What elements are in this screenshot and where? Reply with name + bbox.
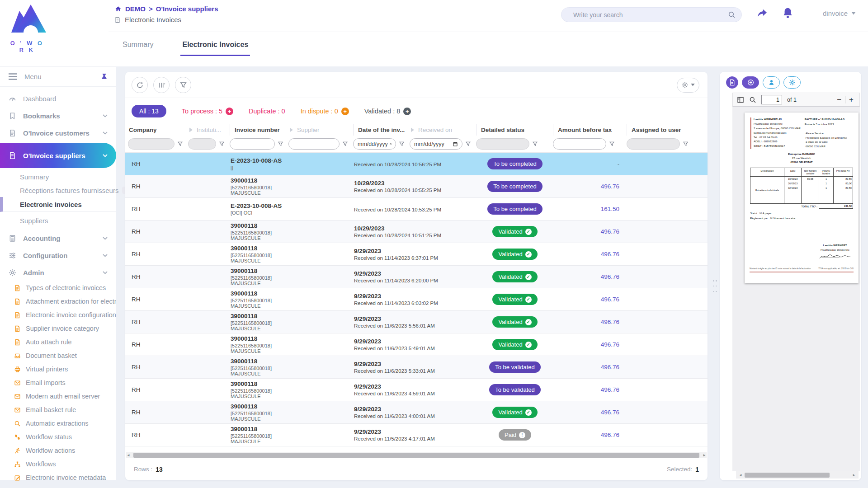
column-header-company[interactable]: Company xyxy=(128,124,188,136)
table-row[interactable]: RH39000118[52251165800018] MAJUSCULE10/2… xyxy=(125,221,708,243)
table-row[interactable]: RH39000118[52251165800018] MAJUSCULE9/29… xyxy=(125,266,708,288)
share-icon[interactable] xyxy=(756,7,768,19)
column-header-amount-before-tax[interactable]: Amount before tax xyxy=(553,124,627,136)
sidebar-item-electronic-invoice-configuration[interactable]: Electronic invoice configuration xyxy=(0,308,116,322)
search-icon[interactable] xyxy=(749,96,756,103)
amount-link[interactable]: 496.76 xyxy=(601,228,619,235)
amount-link[interactable]: 496.76 xyxy=(601,273,619,280)
sidebar-item-workflow-status[interactable]: Workflow status xyxy=(0,430,116,444)
table-row[interactable]: RH39000118[52251165800018] MAJUSCULE10/2… xyxy=(125,175,708,198)
sidebar-item-supplier-invoice-category[interactable]: Supplier invoice category xyxy=(0,322,116,335)
breadcrumb-section[interactable]: O'Invoice suppliers xyxy=(156,5,218,13)
search-icon[interactable] xyxy=(728,11,736,19)
funnel-icon[interactable] xyxy=(465,141,471,147)
open-document-button[interactable] xyxy=(742,76,759,89)
filter-button[interactable] xyxy=(175,77,191,93)
columns-button[interactable] xyxy=(153,77,170,93)
scrollbar-thumb[interactable] xyxy=(133,453,699,458)
zoom-in-icon[interactable]: + xyxy=(849,96,854,103)
funnel-icon[interactable] xyxy=(342,141,348,147)
column-header-invoice-number[interactable]: Invoice number xyxy=(230,124,288,136)
filter-chip-to-process[interactable]: To process : 5+ xyxy=(182,108,233,115)
amount-link[interactable]: 496.76 xyxy=(601,183,619,190)
table-row[interactable]: RH39000118[52251165800018] MAJUSCULE9/29… xyxy=(125,379,708,401)
filter-chip-duplicate[interactable]: Duplicate : 0 xyxy=(249,108,285,115)
sidebar-item-modern-auth-email-server[interactable]: Modern auth email server xyxy=(0,389,116,403)
zoom-out-icon[interactable]: − xyxy=(837,96,841,103)
table-row[interactable]: RH39000118[52251165800018] MAJUSCULE9/29… xyxy=(125,311,708,333)
table-row[interactable]: RH39000118[52251165800018] MAJUSCULE9/29… xyxy=(125,288,708,311)
filter-input-amount-before-tax[interactable] xyxy=(553,138,606,150)
scroll-left-icon[interactable]: ◄ xyxy=(126,453,131,457)
table-row[interactable]: RH39000118[52251165800018] MAJUSCULE9/29… xyxy=(125,333,708,356)
scrollbar-thumb[interactable] xyxy=(745,473,830,478)
sidebar-item-document-basket[interactable]: Document basket xyxy=(0,349,116,362)
column-header-instituti[interactable]: Instituti... xyxy=(188,124,230,136)
column-header-assigned-to-user[interactable]: Assigned to user xyxy=(627,124,708,136)
scroll-right-icon[interactable]: ► xyxy=(852,473,856,477)
sidebar-item-suppliers[interactable]: Suppliers xyxy=(0,213,116,228)
panel-resize-handle[interactable] xyxy=(713,280,717,292)
bell-icon[interactable] xyxy=(782,7,794,19)
plus-icon[interactable]: + xyxy=(341,108,349,115)
pin-icon[interactable] xyxy=(101,73,108,80)
plus-icon[interactable]: + xyxy=(403,108,411,115)
column-header-detailed-status[interactable]: Detailed status xyxy=(476,124,553,136)
sidebar-item-attachment-extraction-for-electron[interactable]: Attachment extraction for electron xyxy=(0,295,116,308)
filter-input-supplier[interactable] xyxy=(288,138,340,150)
sidebar-item-accounting[interactable]: Accounting xyxy=(0,230,116,247)
toggle-sidebar-icon[interactable] xyxy=(737,96,744,103)
sidebar-item-summary[interactable]: Summary xyxy=(0,170,116,183)
filter-chip-in-dispute[interactable]: In dispute : 0+ xyxy=(301,108,349,115)
sidebar-item-types-of-electronic-invoices[interactable]: Types of electronic invoices xyxy=(0,281,116,295)
column-header-date-of-the-inv[interactable]: Date of the inv... xyxy=(353,124,410,136)
funnel-icon[interactable] xyxy=(683,141,689,147)
sidebar-item-automatic-extractions[interactable]: Automatic extractions xyxy=(0,417,116,430)
page-number-input[interactable] xyxy=(761,95,782,104)
assign-user-button[interactable] xyxy=(763,76,780,89)
hamburger-menu-icon[interactable] xyxy=(9,73,17,80)
funnel-icon[interactable] xyxy=(609,141,615,147)
column-header-supplier[interactable]: Supplier xyxy=(288,124,353,136)
filter-input-assigned-to-user[interactable] xyxy=(627,138,680,150)
funnel-icon[interactable] xyxy=(532,141,538,147)
pdf-page[interactable]: Laetitia WERNERT- EIPsychologue clinicie… xyxy=(745,113,859,283)
amount-link[interactable]: 496.76 xyxy=(601,386,619,393)
sidebar-item-r-ceptions-factures-fournisseurs[interactable]: Réceptions factures fournisseurs0 xyxy=(0,183,116,197)
sidebar-item-dashboard[interactable]: Dashboard xyxy=(0,90,116,107)
sidebar-item-admin[interactable]: Admin xyxy=(0,264,116,281)
filter-input-company[interactable] xyxy=(128,138,175,150)
scroll-left-icon[interactable]: ◄ xyxy=(738,473,743,477)
search-input[interactable] xyxy=(561,11,728,19)
sidebar-item-configuration[interactable]: Configuration xyxy=(0,247,116,264)
preview-settings-button[interactable] xyxy=(783,76,801,89)
sidebar-item-o-invoice-suppliers[interactable]: O'Invoice suppliers xyxy=(0,143,116,168)
filter-chip-all[interactable]: All : 13 xyxy=(132,105,166,117)
sidebar-item-auto-attach-rule[interactable]: Auto attach rule xyxy=(0,335,116,349)
refresh-button[interactable] xyxy=(132,77,148,93)
scroll-right-icon[interactable]: ► xyxy=(702,453,707,457)
sidebar-item-email-imports[interactable]: Email imports xyxy=(0,376,116,389)
filter-chip-validated[interactable]: Validated : 8+ xyxy=(364,108,411,115)
amount-link[interactable]: 496.76 xyxy=(601,296,619,303)
user-menu[interactable]: dinvoice xyxy=(823,9,856,17)
funnel-icon[interactable] xyxy=(399,141,405,147)
filter-input-detailed-status[interactable] xyxy=(476,138,529,150)
tab-summary[interactable]: Summary xyxy=(121,37,155,56)
sidebar-item-electronic-invoice-metadata[interactable]: Electronic invoice metadata xyxy=(0,471,116,484)
amount-link[interactable]: 496.76 xyxy=(601,251,619,258)
amount-link[interactable]: 496.76 xyxy=(601,432,619,438)
amount-link[interactable]: 496.76 xyxy=(601,364,619,371)
tab-electronic-invoices[interactable]: Electronic Invoices xyxy=(180,37,250,56)
amount-link[interactable]: 496.76 xyxy=(601,409,619,416)
amount-link[interactable]: 161.50 xyxy=(601,206,619,212)
sidebar-item-email-basket-rule[interactable]: Email basket rule xyxy=(0,403,116,417)
sidebar-item-electronic-invoices[interactable]: Electronic Invoices xyxy=(0,197,116,212)
table-row[interactable]: RH39000118[52251165800018] MAJUSCULE9/29… xyxy=(125,243,708,266)
funnel-icon[interactable] xyxy=(177,141,183,147)
table-settings-button[interactable] xyxy=(677,78,699,93)
sidebar-item-workflows[interactable]: Workflows xyxy=(0,457,116,471)
sidebar-item-o-invoice-customers[interactable]: O'Invoice customers xyxy=(0,124,116,141)
pdf-view-button[interactable] xyxy=(726,76,738,89)
table-row[interactable]: RHE-2023-10-008-AS[]Received on 10/28/20… xyxy=(125,153,708,175)
